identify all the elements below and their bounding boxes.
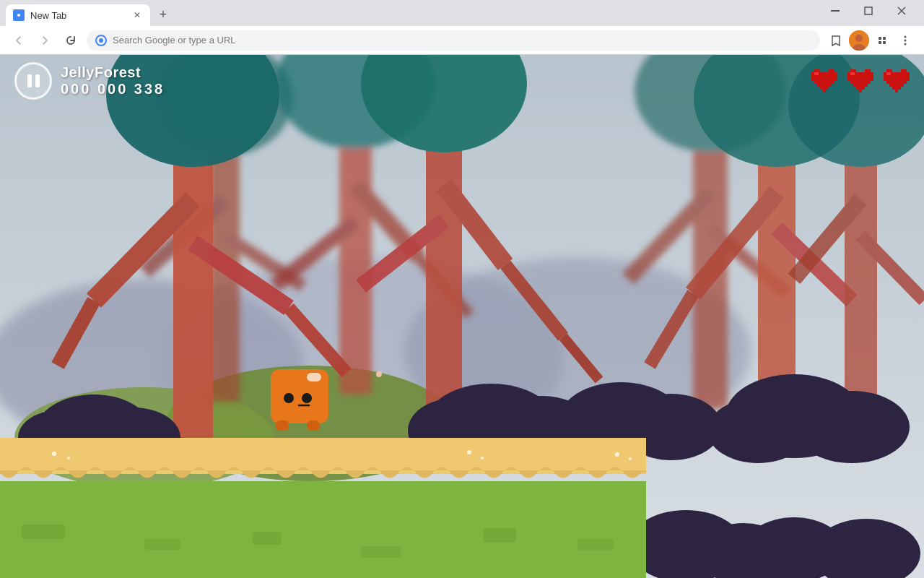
svg-rect-110 — [850, 81, 871, 84]
svg-rect-116 — [901, 69, 907, 72]
svg-rect-123 — [895, 90, 898, 92]
svg-rect-119 — [884, 78, 910, 81]
game-title: JellyForest — [61, 64, 165, 81]
pause-button[interactable] — [14, 62, 52, 100]
svg-rect-12 — [883, 37, 886, 40]
svg-point-9 — [855, 35, 863, 42]
heart-2 — [847, 69, 873, 92]
bookmark-button[interactable] — [826, 30, 846, 51]
svg-rect-113 — [859, 90, 862, 92]
active-tab[interactable]: New Tab ✕ — [6, 4, 150, 26]
svg-rect-3 — [865, 7, 872, 14]
close-button[interactable] — [885, 0, 918, 22]
svg-rect-14 — [883, 41, 886, 44]
svg-rect-98 — [811, 75, 837, 78]
svg-rect-2 — [831, 10, 840, 12]
tab-close-button[interactable]: ✕ — [131, 9, 143, 21]
tab-label: New Tab — [30, 10, 66, 21]
svg-rect-101 — [817, 84, 832, 87]
title-bar: New Tab ✕ + — [0, 0, 924, 26]
profile-avatar[interactable] — [849, 30, 869, 51]
svg-rect-111 — [853, 84, 868, 87]
svg-point-16 — [905, 39, 907, 41]
svg-rect-100 — [814, 81, 834, 84]
svg-rect-104 — [814, 72, 819, 75]
omnibox[interactable]: Search Google or type a URL — [87, 30, 820, 51]
svg-rect-102 — [820, 87, 829, 90]
svg-rect-122 — [892, 87, 901, 90]
browser-frame: New Tab ✕ + — [0, 0, 924, 578]
svg-rect-99 — [811, 78, 837, 81]
pause-bar-right — [35, 74, 40, 87]
svg-rect-108 — [847, 75, 873, 78]
new-tab-button[interactable]: + — [153, 4, 173, 25]
heart-1 — [811, 69, 837, 92]
maximize-button[interactable] — [852, 0, 885, 22]
toolbar-right — [826, 30, 915, 51]
svg-rect-120 — [886, 81, 907, 84]
svg-point-17 — [905, 43, 907, 45]
tab-favicon — [13, 9, 25, 21]
svg-rect-114 — [850, 72, 855, 75]
svg-rect-112 — [856, 87, 865, 90]
sky-background — [0, 55, 924, 578]
extensions-button[interactable] — [872, 30, 892, 51]
game-viewport: JellyForest 000 000 338 — [0, 55, 924, 578]
svg-point-15 — [905, 35, 907, 38]
svg-rect-13 — [879, 41, 881, 44]
svg-point-7 — [99, 38, 103, 43]
back-button[interactable] — [9, 30, 29, 51]
svg-rect-118 — [884, 75, 910, 78]
svg-rect-124 — [886, 72, 891, 75]
game-info: JellyForest 000 000 338 — [61, 64, 165, 98]
menu-button[interactable] — [895, 30, 915, 51]
google-logo — [95, 35, 107, 46]
svg-rect-109 — [847, 78, 873, 81]
svg-rect-121 — [889, 84, 904, 87]
tab-bar: New Tab ✕ + — [6, 0, 173, 26]
game-hud: JellyForest 000 000 338 — [0, 62, 924, 100]
svg-rect-11 — [879, 37, 881, 40]
svg-rect-95 — [814, 69, 820, 72]
pause-icon — [27, 74, 40, 87]
address-text: Search Google or type a URL — [113, 35, 236, 46]
svg-rect-103 — [823, 90, 826, 92]
game-score: 000 000 338 — [61, 81, 165, 98]
svg-rect-96 — [829, 69, 834, 72]
heart-3 — [884, 69, 910, 92]
forward-button[interactable] — [35, 30, 55, 51]
svg-point-1 — [17, 14, 20, 17]
reload-button[interactable] — [61, 30, 81, 51]
svg-rect-105 — [850, 69, 856, 72]
lives-display — [811, 69, 910, 92]
address-bar: Search Google or type a URL — [0, 26, 924, 55]
svg-rect-115 — [886, 69, 892, 72]
pause-bar-left — [27, 74, 32, 87]
minimize-button[interactable] — [819, 0, 852, 22]
svg-rect-106 — [865, 69, 871, 72]
window-controls — [819, 0, 918, 22]
